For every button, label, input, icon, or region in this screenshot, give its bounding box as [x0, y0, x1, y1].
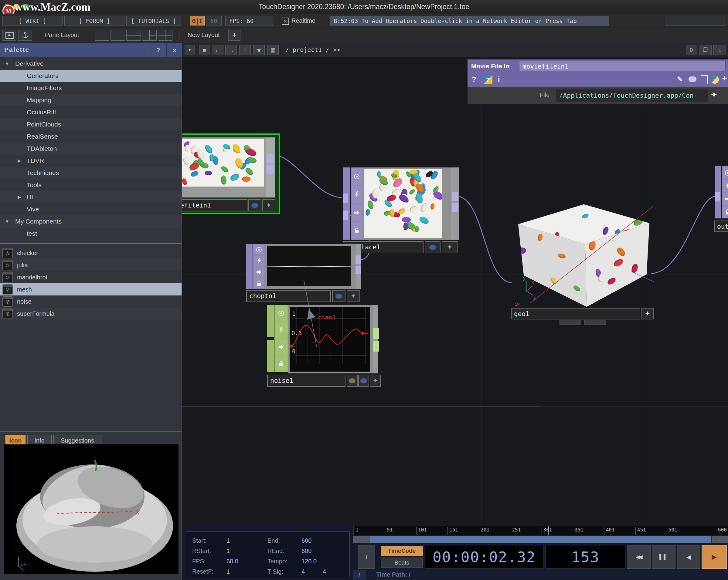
palette-tree-item-pointclouds[interactable]: PointClouds [0, 118, 182, 131]
lock-flag-icon[interactable] [352, 222, 362, 239]
network-overview-button[interactable]: ▦ [267, 45, 279, 55]
stop-button[interactable]: ■ [199, 45, 209, 55]
export-arrow-icon[interactable] [254, 267, 264, 277]
noise1-flags[interactable] [275, 305, 288, 372]
displace1-viewer-toggle[interactable] [425, 241, 441, 253]
displace1-input2-connector[interactable] [343, 211, 348, 220]
bypass-flag-icon[interactable] [352, 186, 362, 203]
displace1-input1-connector[interactable] [343, 194, 348, 203]
forward-arrow-button[interactable]: → [225, 45, 237, 55]
timecode-mode-button[interactable]: TimeCode [381, 546, 423, 556]
moviefilein1-fan-button[interactable]: ✦ [262, 199, 275, 212]
palette-tree-item-imagefilters[interactable]: ImageFilters [0, 82, 182, 94]
export-arrow-icon[interactable] [352, 204, 362, 221]
python-mode-icon[interactable] [710, 75, 719, 84]
beats-mode-button[interactable]: Beats [381, 557, 423, 568]
bypass-flag-icon[interactable] [723, 180, 728, 192]
timeline-ruler[interactable]: 151101151201251301351401451501600 [353, 526, 728, 535]
lock-flag-icon[interactable] [254, 278, 264, 288]
palette-component-mandelbrot[interactable]: ◎mandelbrot [0, 271, 182, 283]
geo1-tab2[interactable] [584, 320, 606, 325]
node-moviefilein1[interactable]: moviefilein1 ✦ [182, 134, 280, 214]
layout-two-columns-button[interactable] [110, 30, 125, 40]
chopto1-viewer-toggle[interactable] [332, 290, 345, 302]
palette-tree-item-my-components[interactable]: ▼My Components [0, 215, 182, 227]
skip-to-start-button[interactable]: |◀◀ [627, 545, 651, 569]
noise1-output-connector2[interactable] [373, 341, 379, 352]
scrollbar-left-grip[interactable]: ... [353, 536, 369, 543]
palette-tree-item-oculusrift[interactable]: OculusRift [0, 106, 182, 118]
add-operator-button[interactable]: + [239, 45, 251, 55]
palette-component-checker[interactable]: ◎checker [0, 247, 182, 259]
viewer-flag-icon[interactable] [723, 167, 728, 179]
file-fan-out-icon[interactable]: ✦ [710, 90, 718, 100]
chopto1-label[interactable]: chopto1 [246, 290, 331, 302]
layout-quad-button[interactable] [158, 30, 173, 40]
scrollbar-right-grip[interactable]: ... [712, 536, 728, 543]
comment-bubble-icon[interactable] [688, 77, 696, 82]
timeline-info-box[interactable]: Start:1End:600RStart:1REnd:600FPS:60.0Te… [186, 531, 350, 577]
node-chopto1[interactable]: chopto1 ✦ [246, 244, 361, 303]
export-arrow-icon[interactable] [723, 193, 728, 205]
node-displace1[interactable]: displace1 ✦ [343, 167, 459, 254]
palette-tree-item-mapping[interactable]: Mapping [0, 94, 182, 106]
back-arrow-button[interactable]: ← [212, 45, 224, 55]
geo1-label[interactable]: geo1 [511, 308, 640, 320]
palette-tree-item-generators[interactable]: Generators [0, 70, 182, 82]
node-geo1[interactable]: y x z 1x [511, 203, 656, 308]
step-back-button[interactable]: ◀ [677, 545, 700, 569]
help-button[interactable]: ? [472, 75, 476, 84]
palette-component-mesh[interactable]: ◎mesh [0, 283, 182, 296]
palette-tree-item-vive[interactable]: Vive [0, 203, 182, 215]
palette-tree-item-ui[interactable]: ▶UI [0, 191, 182, 203]
info-button[interactable]: i [498, 75, 500, 84]
palette-component-superformula[interactable]: ◎superFormula [0, 308, 182, 320]
viewer-flag-icon[interactable] [352, 168, 362, 185]
palette-tree-item-realsense[interactable]: RealSense [0, 131, 182, 143]
layout-two-rows-button[interactable] [126, 30, 141, 40]
timeline-insert-button[interactable]: I [358, 545, 375, 569]
palette-help-button[interactable]: ? [151, 43, 165, 57]
realtime-label[interactable]: Realtime [291, 17, 315, 24]
moviefilein1-output-connector[interactable] [267, 154, 274, 163]
add-parameter-icon[interactable]: + [722, 74, 727, 83]
bookmark-field[interactable] [665, 16, 725, 26]
palette-component-noise[interactable]: ◎noise [0, 296, 182, 308]
collapse-pane-button[interactable]: ↓ [713, 45, 726, 55]
chopto1-flags[interactable] [253, 244, 265, 289]
timeline-scrollbar[interactable]: ... ... [353, 536, 728, 543]
noise1-fan-button[interactable]: ✦ [370, 375, 381, 387]
out1-input-connector[interactable] [715, 192, 720, 201]
bypass-flag-icon[interactable] [254, 256, 264, 266]
displace1-output-connector2[interactable] [452, 203, 459, 212]
chevron-right-icon[interactable]: ▶ [18, 191, 21, 203]
export-arrow-icon[interactable] [275, 339, 287, 355]
new-layout-add-button[interactable]: + [228, 30, 240, 40]
fps-field[interactable]: FPS: 60 [225, 16, 273, 26]
wiki-button[interactable]: [ WIKI ] [2, 16, 62, 26]
palette-tree-item-derivative[interactable]: ▼Derivative [0, 58, 182, 70]
python-help-button[interactable]: ? [483, 75, 492, 84]
network-editor[interactable]: ▼ ■ ← → + ★ ▦ / project1 / >> 0 ❐ ↓ Movi… [182, 43, 728, 580]
node-noise1[interactable]: 1 0.5 0 chan1 noise1 ✦ [267, 305, 382, 387]
moviefilein1-output-connector2[interactable] [267, 165, 274, 174]
viewer-flag-icon[interactable] [254, 245, 264, 254]
palette-tree-item-tools[interactable]: Tools [0, 179, 182, 191]
layout-left-right-split-button[interactable] [142, 30, 157, 40]
out1-label[interactable]: out [714, 221, 728, 232]
displace1-fan-button[interactable]: ✦ [442, 241, 458, 253]
bookmark-star-button[interactable]: ★ [253, 45, 265, 55]
playhead[interactable] [548, 526, 549, 535]
viewer-flag-icon[interactable] [275, 305, 287, 321]
lock-flag-icon[interactable] [723, 206, 728, 218]
edit-pencil-icon[interactable]: ✎ [677, 75, 682, 83]
displace1-flags[interactable] [351, 167, 363, 240]
palette-tree-item-tdableton[interactable]: TDAbleton [0, 143, 182, 155]
noise1-export-toggle[interactable] [347, 375, 358, 387]
palette-tree-item-techniques[interactable]: Techniques [0, 167, 182, 179]
tutorials-button[interactable]: [ TUTORIALS ] [126, 16, 181, 26]
palette-component-julia[interactable]: ◎julia [0, 259, 182, 271]
network-dropdown-button[interactable]: ▼ [185, 45, 195, 55]
moviefilein1-label[interactable]: moviefilein1 [182, 199, 248, 212]
file-path-field[interactable]: /Applications/TouchDesigner.app/Con [556, 89, 708, 102]
